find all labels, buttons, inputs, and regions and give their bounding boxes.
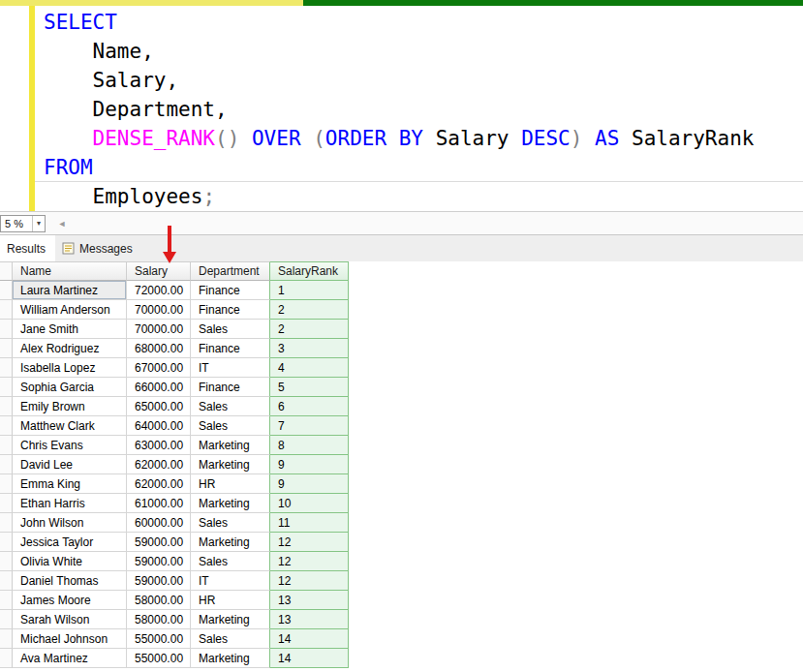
row-header[interactable] — [0, 320, 13, 339]
grid-cell[interactable]: Laura Martinez — [13, 281, 127, 300]
grid-cell[interactable]: 60000.00 — [127, 513, 191, 533]
grid-cell[interactable]: Marketing — [191, 455, 270, 474]
grid-cell[interactable]: Olivia White — [13, 552, 127, 571]
grid-corner-stub[interactable] — [0, 261, 13, 281]
grid-cell[interactable]: 66000.00 — [127, 378, 191, 397]
grid-cell[interactable]: 5 — [270, 378, 349, 397]
row-header[interactable] — [0, 474, 13, 494]
scroll-left-icon[interactable]: ◄ — [54, 216, 70, 231]
grid-cell[interactable]: 13 — [270, 610, 349, 629]
grid-cell[interactable]: 63000.00 — [127, 436, 191, 455]
row-header[interactable] — [0, 436, 13, 455]
grid-cell[interactable]: Finance — [191, 281, 270, 300]
grid-cell[interactable]: Matthew Clark — [13, 416, 127, 436]
grid-cell[interactable]: Daniel Thomas — [13, 571, 127, 591]
grid-cell[interactable]: HR — [191, 591, 270, 610]
grid-cell[interactable]: Marketing — [191, 533, 270, 552]
grid-cell[interactable]: Jane Smith — [13, 320, 127, 339]
row-header[interactable] — [0, 397, 13, 416]
grid-cell[interactable]: 55000.00 — [127, 649, 191, 668]
grid-cell[interactable]: 70000.00 — [127, 320, 191, 339]
row-header[interactable] — [0, 513, 13, 533]
row-header[interactable] — [0, 358, 13, 378]
column-header-salaryrank[interactable]: SalaryRank — [270, 261, 349, 281]
row-header[interactable] — [0, 378, 13, 397]
grid-cell[interactable]: Sarah Wilson — [13, 610, 127, 629]
grid-cell[interactable]: Marketing — [191, 649, 270, 668]
grid-cell[interactable]: John Wilson — [13, 513, 127, 533]
grid-cell[interactable]: 12 — [270, 571, 349, 591]
column-header-name[interactable]: Name — [13, 261, 127, 281]
grid-cell[interactable]: David Lee — [13, 455, 127, 474]
grid-cell[interactable]: 9 — [270, 455, 349, 474]
grid-cell[interactable]: Ava Martinez — [13, 649, 127, 668]
row-header[interactable] — [0, 281, 13, 300]
grid-cell[interactable]: 62000.00 — [127, 455, 191, 474]
grid-cell[interactable]: 11 — [270, 513, 349, 533]
row-header[interactable] — [0, 629, 13, 649]
grid-cell[interactable]: Emma King — [13, 474, 127, 494]
grid-cell[interactable]: 1 — [270, 281, 349, 300]
column-header-department[interactable]: Department — [191, 261, 270, 281]
row-header[interactable] — [0, 552, 13, 571]
row-header[interactable] — [0, 571, 13, 591]
grid-cell[interactable]: James Moore — [13, 591, 127, 610]
grid-cell[interactable]: Marketing — [191, 494, 270, 513]
grid-cell[interactable]: Sophia Garcia — [13, 378, 127, 397]
grid-cell[interactable]: 9 — [270, 474, 349, 494]
grid-cell[interactable]: 59000.00 — [127, 571, 191, 591]
grid-cell[interactable]: 58000.00 — [127, 591, 191, 610]
grid-cell[interactable]: Sales — [191, 513, 270, 533]
row-header[interactable] — [0, 649, 13, 668]
grid-cell[interactable]: HR — [191, 474, 270, 494]
grid-cell[interactable]: 68000.00 — [127, 339, 191, 358]
row-header[interactable] — [0, 494, 13, 513]
grid-cell[interactable]: Finance — [191, 339, 270, 358]
grid-cell[interactable]: 14 — [270, 629, 349, 649]
grid-cell[interactable]: 10 — [270, 494, 349, 513]
grid-cell[interactable]: Sales — [191, 552, 270, 571]
row-header[interactable] — [0, 533, 13, 552]
grid-cell[interactable]: 64000.00 — [127, 416, 191, 436]
grid-cell[interactable]: 65000.00 — [127, 397, 191, 416]
grid-cell[interactable]: Marketing — [191, 610, 270, 629]
grid-cell[interactable]: 2 — [270, 320, 349, 339]
grid-cell[interactable]: Chris Evans — [13, 436, 127, 455]
row-header[interactable] — [0, 455, 13, 474]
column-header-salary[interactable]: Salary — [127, 261, 191, 281]
row-header[interactable] — [0, 339, 13, 358]
tab-results[interactable]: Results — [0, 235, 55, 261]
grid-cell[interactable]: Sales — [191, 397, 270, 416]
row-header[interactable] — [0, 300, 13, 320]
grid-cell[interactable]: 70000.00 — [127, 300, 191, 320]
grid-cell[interactable]: Ethan Harris — [13, 494, 127, 513]
grid-cell[interactable]: IT — [191, 571, 270, 591]
grid-cell[interactable]: Sales — [191, 416, 270, 436]
row-header[interactable] — [0, 591, 13, 610]
zoom-dropdown[interactable]: 5 % ▾ — [0, 215, 46, 232]
grid-cell[interactable]: 7 — [270, 416, 349, 436]
grid-cell[interactable]: 59000.00 — [127, 552, 191, 571]
grid-cell[interactable]: Marketing — [191, 436, 270, 455]
grid-cell[interactable]: William Anderson — [13, 300, 127, 320]
row-header[interactable] — [0, 610, 13, 629]
grid-cell[interactable]: 59000.00 — [127, 533, 191, 552]
grid-cell[interactable]: IT — [191, 358, 270, 378]
grid-cell[interactable]: Sales — [191, 629, 270, 649]
grid-cell[interactable]: 61000.00 — [127, 494, 191, 513]
tab-messages[interactable]: Messages — [55, 235, 142, 261]
grid-cell[interactable]: 13 — [270, 591, 349, 610]
grid-cell[interactable]: Finance — [191, 378, 270, 397]
grid-cell[interactable]: 12 — [270, 533, 349, 552]
row-header[interactable] — [0, 416, 13, 436]
grid-cell[interactable]: Isabella Lopez — [13, 358, 127, 378]
grid-cell[interactable]: Alex Rodriguez — [13, 339, 127, 358]
grid-cell[interactable]: Jessica Taylor — [13, 533, 127, 552]
grid-cell[interactable]: 67000.00 — [127, 358, 191, 378]
grid-cell[interactable]: 3 — [270, 339, 349, 358]
grid-cell[interactable]: Sales — [191, 320, 270, 339]
grid-cell[interactable]: 6 — [270, 397, 349, 416]
grid-cell[interactable]: Michael Johnson — [13, 629, 127, 649]
grid-cell[interactable]: 12 — [270, 552, 349, 571]
grid-cell[interactable]: 4 — [270, 358, 349, 378]
